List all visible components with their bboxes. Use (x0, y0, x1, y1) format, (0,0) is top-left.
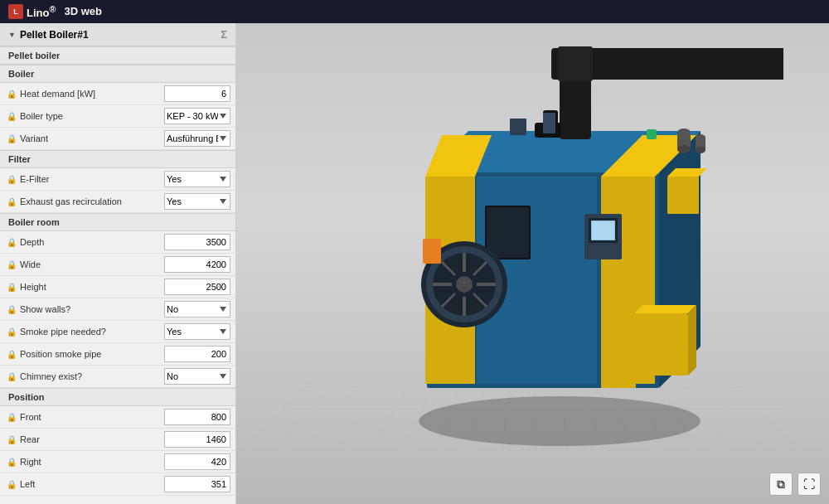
lock-icon-left: 🔒 (7, 480, 17, 489)
field-height: 🔒 Height (0, 276, 235, 298)
field-rear: 🔒 Rear (0, 429, 235, 451)
svg-point-45 (677, 145, 691, 153)
field-boiler-type: 🔒 Boiler type KEP - 30 kW KEP - 50 kW KE… (0, 105, 235, 128)
section-pellet-boiler: Pellet boiler (0, 46, 235, 65)
3d-viewport[interactable]: ⧉ ⛶ (236, 23, 829, 504)
lock-icon-heat-demand: 🔒 (7, 90, 17, 99)
svg-rect-33 (634, 313, 688, 376)
label-front: Front (20, 412, 161, 422)
panel-collapse-arrow[interactable]: ▼ (8, 31, 16, 39)
lock-icon-wide: 🔒 (7, 260, 17, 269)
app-title: 3D web (64, 5, 102, 17)
svg-rect-42 (543, 113, 555, 133)
svg-rect-15 (592, 221, 614, 240)
section-position-title: Position (0, 388, 235, 406)
logo-icon: L (8, 4, 23, 19)
field-left: 🔒 Left (0, 473, 235, 496)
lock-icon-smoke-pipe-needed: 🔒 (7, 327, 17, 337)
expand-icon-btn[interactable]: ⛶ (797, 472, 821, 496)
topbar: L Lino® 3D web (0, 0, 829, 23)
svg-rect-39 (423, 239, 441, 264)
lock-icon-rear: 🔒 (7, 435, 17, 444)
field-exhaust: 🔒 Exhaust gas recirculation Yes No (0, 191, 235, 213)
select-exhaust[interactable]: Yes No (164, 193, 230, 210)
field-show-walls: 🔒 Show walls? No Yes (0, 298, 235, 321)
svg-rect-30 (558, 46, 593, 81)
svg-rect-11 (487, 207, 529, 258)
lock-icon-depth: 🔒 (7, 238, 17, 247)
label-height: Height (20, 282, 161, 292)
svg-point-48 (696, 147, 705, 153)
lock-icon-chimney-exist: 🔒 (7, 372, 17, 381)
label-left: Left (20, 479, 161, 489)
svg-rect-41 (510, 119, 526, 135)
boiler-scene (303, 40, 783, 454)
lock-icon-height: 🔒 (7, 283, 17, 292)
select-smoke-pipe-needed[interactable]: Yes No (164, 323, 230, 340)
field-right: 🔒 Right (0, 451, 235, 473)
svg-rect-36 (601, 338, 636, 388)
lock-icon-exhaust: 🔒 (7, 197, 17, 206)
label-depth: Depth (20, 237, 161, 247)
label-variant: Variant (20, 133, 161, 143)
section-filter-title: Filter (0, 150, 235, 168)
main-area: ▼ Pellet Boiler#1 Σ Pellet boiler Boiler… (0, 23, 829, 504)
select-variant[interactable]: Ausführung A Ausführung B Ausführung C (164, 130, 230, 147)
input-wide[interactable] (164, 256, 230, 273)
field-chimney-exist: 🔒 Chimney exist? No Yes (0, 366, 235, 388)
panel-title: Pellet Boiler#1 (20, 29, 89, 41)
label-chimney-exist: Chimney exist? (20, 371, 161, 381)
label-wide: Wide (20, 259, 161, 269)
lock-icon-efilter: 🔒 (7, 175, 17, 184)
svg-marker-35 (688, 305, 696, 376)
panel-header[interactable]: ▼ Pellet Boiler#1 Σ (0, 23, 235, 46)
lock-icon-variant: 🔒 (7, 134, 17, 143)
label-boiler-type: Boiler type (20, 111, 161, 121)
svg-rect-40 (647, 129, 657, 139)
input-left[interactable] (164, 476, 230, 492)
input-heat-demand[interactable] (164, 85, 230, 102)
lock-icon-front: 🔒 (7, 413, 17, 422)
input-rear[interactable] (164, 431, 230, 448)
left-panel: ▼ Pellet Boiler#1 Σ Pellet boiler Boiler… (0, 23, 236, 504)
select-efilter[interactable]: Yes No (164, 171, 230, 187)
field-wide: 🔒 Wide (0, 254, 235, 276)
label-exhaust: Exhaust gas recirculation (20, 196, 161, 206)
field-smoke-pipe-needed: 🔒 Smoke pipe needed? Yes No (0, 321, 235, 343)
svg-point-0 (419, 396, 701, 446)
expand-icon: ⛶ (803, 477, 815, 491)
field-heat-demand: 🔒 Heat demand [kW] (0, 83, 235, 105)
label-position-smoke-pipe: Position smoke pipe (20, 349, 161, 359)
svg-rect-37 (667, 177, 699, 214)
svg-point-19 (456, 276, 473, 293)
input-front[interactable] (164, 409, 230, 425)
label-efilter: E-Filter (20, 174, 161, 184)
select-boiler-type[interactable]: KEP - 30 kW KEP - 50 kW KEP - 100 kW (164, 108, 230, 124)
lock-icon-show-walls: 🔒 (7, 305, 17, 314)
field-efilter: 🔒 E-Filter Yes No (0, 168, 235, 191)
field-variant: 🔒 Variant Ausführung A Ausführung B Ausf… (0, 128, 235, 150)
field-depth: 🔒 Depth (0, 231, 235, 254)
logo: L Lino® 3D web (8, 4, 102, 19)
label-rear: Rear (20, 434, 161, 444)
input-position-smoke-pipe[interactable] (164, 346, 230, 362)
label-right: Right (20, 457, 161, 467)
input-height[interactable] (164, 279, 230, 295)
input-depth[interactable] (164, 234, 230, 250)
field-front: 🔒 Front (0, 406, 235, 429)
lock-icon-position-smoke-pipe: 🔒 (7, 350, 17, 359)
svg-marker-34 (634, 305, 696, 313)
label-show-walls: Show walls? (20, 304, 161, 314)
select-chimney-exist[interactable]: No Yes (164, 368, 230, 385)
lock-icon-boiler-type: 🔒 (7, 112, 17, 121)
input-right[interactable] (164, 453, 230, 470)
field-position-smoke-pipe: 🔒 Position smoke pipe (0, 343, 235, 366)
select-show-walls[interactable]: No Yes (164, 301, 230, 317)
section-boiler-room-title: Boiler room (0, 213, 235, 231)
label-heat-demand: Heat demand [kW] (20, 89, 161, 99)
panel-sigma: Σ (221, 28, 227, 41)
copy-icon-btn[interactable]: ⧉ (769, 472, 793, 496)
label-smoke-pipe-needed: Smoke pipe needed? (20, 327, 161, 337)
lock-icon-right: 🔒 (7, 458, 17, 467)
logo-text: Lino® (27, 4, 56, 19)
